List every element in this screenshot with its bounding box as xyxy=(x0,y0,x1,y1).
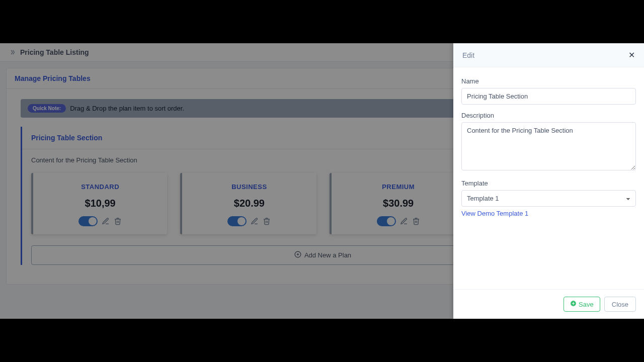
drawer-body: Name Description Template Template 1 Vie… xyxy=(453,67,644,289)
close-button[interactable]: Close xyxy=(604,297,636,312)
save-label: Save xyxy=(579,301,594,308)
name-input[interactable] xyxy=(461,88,636,105)
drawer-title: Edit xyxy=(462,51,474,59)
plus-circle-icon xyxy=(570,300,577,308)
name-label: Name xyxy=(461,77,636,85)
description-textarea[interactable] xyxy=(461,122,636,170)
template-select[interactable]: Template 1 xyxy=(461,190,636,207)
description-label: Description xyxy=(461,112,636,119)
drawer-header: Edit ✕ xyxy=(453,43,644,67)
drawer-footer: Save Close xyxy=(453,289,644,319)
template-label: Template xyxy=(461,179,636,187)
view-demo-link[interactable]: View Demo Template 1 xyxy=(461,210,528,217)
save-button[interactable]: Save xyxy=(564,297,600,312)
close-icon[interactable]: ✕ xyxy=(628,50,635,60)
edit-drawer: Edit ✕ Name Description Template Templat… xyxy=(453,43,644,319)
